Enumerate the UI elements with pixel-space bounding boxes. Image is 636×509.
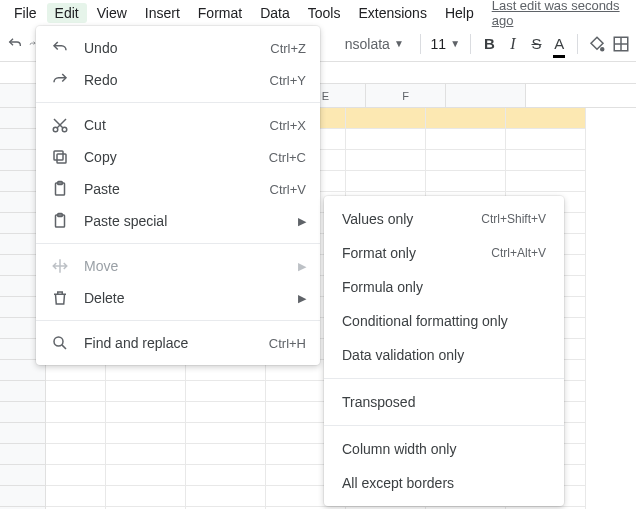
text-color-button[interactable]: A	[551, 32, 567, 56]
toolbar-separator	[470, 34, 471, 54]
font-size-label: 11	[431, 36, 447, 52]
cell[interactable]	[46, 486, 106, 507]
formula-only-item[interactable]: Formula only	[324, 270, 564, 304]
cell[interactable]	[426, 150, 506, 171]
all-except-borders-item[interactable]: All except borders	[324, 466, 564, 500]
redo-icon	[50, 70, 70, 90]
caret-down-icon: ▼	[394, 38, 404, 49]
values-only-item[interactable]: Values only Ctrl+Shift+V	[324, 202, 564, 236]
menu-bar: File Edit View Insert Format Data Tools …	[0, 0, 636, 26]
cell[interactable]	[506, 171, 586, 192]
row-header[interactable]	[0, 402, 46, 423]
menu-help[interactable]: Help	[437, 3, 482, 23]
column-width-only-item[interactable]: Column width only	[324, 432, 564, 466]
toolbar-separator	[420, 34, 421, 54]
row-header[interactable]	[0, 486, 46, 507]
format-only-item[interactable]: Format only Ctrl+Alt+V	[324, 236, 564, 270]
cell[interactable]	[186, 381, 266, 402]
menu-file[interactable]: File	[6, 3, 45, 23]
cell[interactable]	[46, 465, 106, 486]
undo-button-icon[interactable]	[6, 32, 23, 56]
fill-color-button[interactable]	[588, 32, 606, 56]
borders-button[interactable]	[612, 32, 630, 56]
menu-data[interactable]: Data	[252, 3, 298, 23]
undo-icon	[50, 38, 70, 58]
menu-divider	[36, 320, 320, 321]
conditional-formatting-only-item[interactable]: Conditional formatting only	[324, 304, 564, 338]
row-header[interactable]	[0, 423, 46, 444]
row-header[interactable]	[0, 444, 46, 465]
redo-menu-item[interactable]: Redo Ctrl+Y	[36, 64, 320, 96]
font-name-label: nsolata	[345, 36, 390, 52]
cell[interactable]	[46, 381, 106, 402]
caret-down-icon: ▼	[450, 38, 460, 49]
cell[interactable]	[346, 108, 426, 129]
cell[interactable]	[46, 423, 106, 444]
cell[interactable]	[186, 486, 266, 507]
cell[interactable]	[426, 129, 506, 150]
move-menu-item: Move ▶	[36, 250, 320, 282]
cell[interactable]	[186, 423, 266, 444]
cell[interactable]	[506, 108, 586, 129]
cell[interactable]	[346, 129, 426, 150]
paste-menu-item[interactable]: Paste Ctrl+V	[36, 173, 320, 205]
cell[interactable]	[46, 402, 106, 423]
italic-button[interactable]: I	[504, 32, 521, 56]
menu-insert[interactable]: Insert	[137, 3, 188, 23]
cell[interactable]	[346, 150, 426, 171]
cell[interactable]	[186, 402, 266, 423]
edit-menu-dropdown: Undo Ctrl+Z Redo Ctrl+Y Cut Ctrl+X Copy …	[36, 26, 320, 365]
menu-label: Undo	[84, 40, 256, 56]
menu-shortcut: Ctrl+V	[270, 182, 306, 197]
cell[interactable]	[106, 444, 186, 465]
cell[interactable]	[186, 444, 266, 465]
font-size-select[interactable]: 11 ▼	[431, 36, 460, 52]
move-icon	[50, 256, 70, 276]
menu-tools[interactable]: Tools	[300, 3, 349, 23]
bold-button[interactable]: B	[481, 32, 498, 56]
menu-shortcut: Ctrl+C	[269, 150, 306, 165]
menu-divider	[324, 378, 564, 379]
menu-edit[interactable]: Edit	[47, 3, 87, 23]
menu-extensions[interactable]: Extensions	[350, 3, 434, 23]
row-header[interactable]	[0, 465, 46, 486]
cell[interactable]	[506, 150, 586, 171]
cell[interactable]	[346, 171, 426, 192]
cell[interactable]	[106, 486, 186, 507]
menu-view[interactable]: View	[89, 3, 135, 23]
svg-point-14	[54, 337, 63, 346]
svg-point-0	[601, 47, 604, 50]
cut-menu-item[interactable]: Cut Ctrl+X	[36, 109, 320, 141]
cell[interactable]	[106, 465, 186, 486]
submenu-arrow-icon: ▶	[298, 292, 306, 305]
cell[interactable]	[46, 444, 106, 465]
paste-special-menu-item[interactable]: Paste special ▶	[36, 205, 320, 237]
svg-rect-9	[54, 151, 63, 160]
data-validation-only-item[interactable]: Data validation only	[324, 338, 564, 372]
delete-icon	[50, 288, 70, 308]
cell[interactable]	[106, 381, 186, 402]
cut-icon	[50, 115, 70, 135]
font-family-select[interactable]: nsolata ▼	[339, 34, 410, 54]
menu-label: Formula only	[342, 279, 546, 295]
cell[interactable]	[426, 108, 506, 129]
copy-menu-item[interactable]: Copy Ctrl+C	[36, 141, 320, 173]
menu-label: Format only	[342, 245, 481, 261]
column-header[interactable]	[446, 84, 526, 107]
undo-menu-item[interactable]: Undo Ctrl+Z	[36, 32, 320, 64]
strikethrough-button[interactable]: S	[528, 32, 545, 56]
cell[interactable]	[506, 129, 586, 150]
cell[interactable]	[426, 171, 506, 192]
row-header[interactable]	[0, 381, 46, 402]
menu-label: Transposed	[342, 394, 546, 410]
cell[interactable]	[106, 423, 186, 444]
find-replace-menu-item[interactable]: Find and replace Ctrl+H	[36, 327, 320, 359]
delete-menu-item[interactable]: Delete ▶	[36, 282, 320, 314]
toolbar-separator	[577, 34, 578, 54]
transposed-item[interactable]: Transposed	[324, 385, 564, 419]
column-header[interactable]: F	[366, 84, 446, 107]
cell[interactable]	[106, 402, 186, 423]
last-edit-link[interactable]: Last edit was seconds ago	[492, 0, 630, 28]
menu-format[interactable]: Format	[190, 3, 250, 23]
cell[interactable]	[186, 465, 266, 486]
